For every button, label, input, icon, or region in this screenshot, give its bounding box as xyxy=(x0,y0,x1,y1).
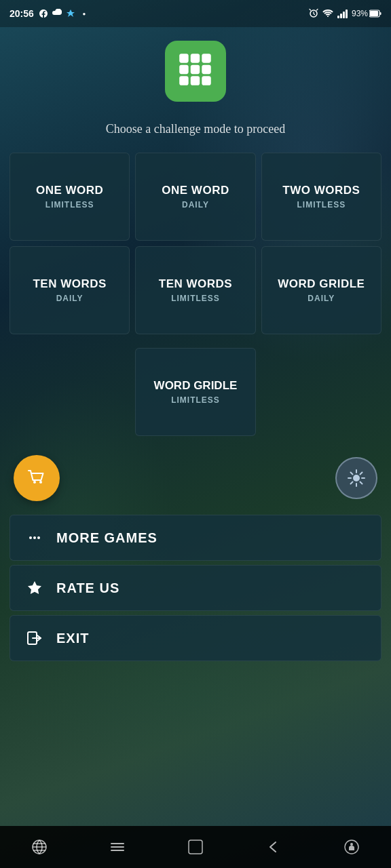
battery-icon: 93% xyxy=(352,9,381,18)
nav-menu-button[interactable] xyxy=(100,830,134,864)
svg-line-21 xyxy=(360,482,362,484)
svg-rect-2 xyxy=(370,11,378,16)
svg-rect-7 xyxy=(179,65,188,74)
mode-ten-words-limitless[interactable]: TEN WORDS LIMITLESS xyxy=(135,246,255,334)
modes-grid: ONE WORD LIMITLESS ONE WORD DAILY TWO WO… xyxy=(0,153,391,334)
svg-rect-32 xyxy=(189,840,202,854)
cloud-icon xyxy=(52,8,62,19)
svg-point-13 xyxy=(33,481,36,484)
svg-point-24 xyxy=(29,536,32,539)
svg-line-20 xyxy=(351,473,353,475)
facebook-icon xyxy=(38,8,49,19)
svg-rect-6 xyxy=(202,54,210,62)
rate-us-label: RATE US xyxy=(56,580,119,596)
rate-us-button[interactable]: RATE US xyxy=(10,565,381,611)
grid-icon xyxy=(175,50,216,93)
svg-rect-10 xyxy=(179,76,188,85)
svg-rect-3 xyxy=(380,12,381,15)
mode-ten-words-daily[interactable]: TEN WORDS DAILY xyxy=(10,246,130,334)
subtitle: Choose a challenge mode to proceed xyxy=(106,122,285,136)
mode-word-gridle-limitless[interactable]: WORD GRIDLE LIMITLESS xyxy=(135,348,256,436)
nav-globe-button[interactable] xyxy=(22,830,56,864)
exit-icon xyxy=(25,630,44,646)
svg-point-26 xyxy=(37,536,40,539)
nav-back-button[interactable] xyxy=(257,830,291,864)
mode-one-word-limitless[interactable]: ONE WORD LIMITLESS xyxy=(10,153,130,241)
svg-line-22 xyxy=(360,473,362,475)
hamburger-icon xyxy=(109,838,126,856)
sun-icon xyxy=(346,468,367,488)
exit-button[interactable]: EXIT xyxy=(10,615,381,661)
wifi-icon xyxy=(322,8,333,20)
status-left: 20:56 ● xyxy=(10,8,90,19)
mode-one-word-daily[interactable]: ONE WORD DAILY xyxy=(135,153,255,241)
signal-bars xyxy=(337,9,348,18)
globe-icon xyxy=(31,838,48,856)
more-games-label: MORE GAMES xyxy=(56,530,157,546)
svg-line-23 xyxy=(351,482,353,484)
svg-rect-12 xyxy=(202,76,210,85)
more-games-button[interactable]: MORE GAMES xyxy=(10,515,381,561)
modes-grid-bottom: WORD GRIDLE LIMITLESS xyxy=(0,348,391,436)
status-time: 20:56 xyxy=(10,8,34,19)
cart-button[interactable] xyxy=(14,455,60,501)
status-right: 93% xyxy=(309,8,381,20)
svg-rect-8 xyxy=(191,65,200,74)
nav-bar xyxy=(0,826,391,868)
nav-accessibility-button[interactable] xyxy=(335,830,369,864)
exit-label: EXIT xyxy=(56,631,89,646)
theme-button[interactable] xyxy=(335,457,377,499)
star-icon xyxy=(25,580,44,596)
svg-rect-4 xyxy=(179,54,188,62)
main-content: Choose a challenge mode to proceed ONE W… xyxy=(0,27,391,661)
mode-two-words-limitless[interactable]: TWO WORDS LIMITLESS xyxy=(261,153,381,241)
circle-home-icon xyxy=(187,838,204,856)
alarm-icon xyxy=(309,8,318,20)
more-games-icon xyxy=(25,530,44,545)
cart-icon xyxy=(25,467,48,490)
action-row xyxy=(0,455,391,501)
svg-point-14 xyxy=(39,481,42,484)
accessibility-icon xyxy=(343,838,360,856)
svg-rect-9 xyxy=(202,65,210,74)
dot-icon: ● xyxy=(79,8,90,19)
nav-arrow-icon xyxy=(65,8,76,19)
nav-home-button[interactable] xyxy=(179,830,212,864)
svg-point-15 xyxy=(353,475,360,481)
svg-point-34 xyxy=(350,843,353,846)
svg-rect-11 xyxy=(191,76,200,85)
mode-word-gridle-daily[interactable]: WORD GRIDLE DAILY xyxy=(261,246,381,334)
back-arrow-icon xyxy=(265,838,282,856)
status-icons: ● xyxy=(38,8,90,19)
svg-point-25 xyxy=(33,536,36,539)
status-bar: 20:56 ● xyxy=(0,0,391,27)
svg-rect-5 xyxy=(191,54,200,62)
bottom-menu: MORE GAMES RATE US EXIT xyxy=(0,515,391,661)
app-icon[interactable] xyxy=(165,41,226,102)
